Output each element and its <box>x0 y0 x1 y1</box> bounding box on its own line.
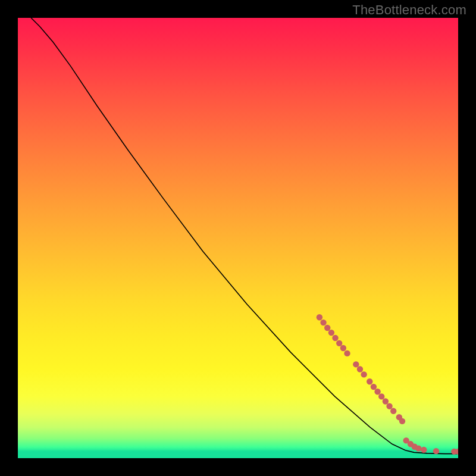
data-point <box>332 335 338 341</box>
data-point <box>371 384 377 390</box>
data-point <box>399 418 405 424</box>
data-point <box>390 408 396 414</box>
data-point <box>374 389 380 394</box>
watermark-text: TheBottleneck.com <box>352 2 466 18</box>
data-point <box>340 345 346 351</box>
data-point <box>383 398 389 404</box>
data-point <box>386 403 392 409</box>
data-point <box>344 350 350 356</box>
data-point <box>353 361 359 367</box>
data-point <box>324 325 330 331</box>
chart-container: TheBottleneck.com <box>0 0 476 476</box>
data-point <box>367 378 372 384</box>
data-point <box>328 330 334 336</box>
data-point <box>415 446 421 452</box>
data-point <box>433 448 439 454</box>
data-point <box>421 447 427 453</box>
data-point <box>378 393 384 399</box>
data-point <box>320 320 326 325</box>
data-point <box>357 366 363 372</box>
chart-overlay-svg <box>18 18 458 458</box>
data-point <box>361 371 367 377</box>
data-point <box>317 314 322 320</box>
data-point <box>336 340 342 346</box>
plot-area <box>18 18 458 458</box>
data-points-group <box>317 314 458 455</box>
bottleneck-curve <box>31 18 458 454</box>
